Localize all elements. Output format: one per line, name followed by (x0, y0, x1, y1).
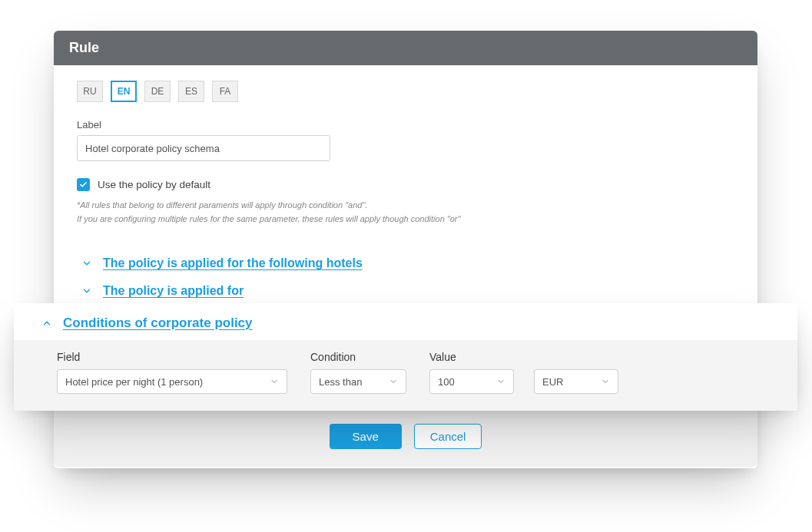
lang-de-button[interactable]: DE (144, 81, 171, 102)
field-select-value: Hotel price per night (1 person) (65, 376, 203, 388)
section-conditions-title: Conditions of corporate policy (63, 316, 253, 331)
condition-select-value: Less than (319, 376, 362, 388)
field-column: Field Hotel price per night (1 person) (57, 351, 287, 394)
lang-fa-button[interactable]: FA (212, 81, 238, 102)
conditions-form: Field Hotel price per night (1 person) C… (14, 340, 797, 411)
lang-en-label: EN (118, 86, 131, 97)
lang-fa-label: FA (220, 86, 231, 97)
footer-area: Save Cancel (54, 405, 757, 467)
lang-ru-button[interactable]: RU (77, 81, 103, 102)
section-appliedfor-header[interactable]: The policy is applied for (81, 284, 734, 298)
condition-select[interactable]: Less than (310, 369, 406, 394)
currency-select[interactable]: EUR (534, 369, 618, 394)
cancel-button[interactable]: Cancel (414, 424, 482, 449)
chevron-down-icon (601, 377, 610, 386)
fineprint-line1: *All rules that belong to different para… (77, 199, 734, 213)
lang-de-label: DE (151, 86, 164, 97)
save-button[interactable]: Save (330, 424, 402, 449)
header-bar: Rule (54, 31, 757, 65)
field-select[interactable]: Hotel price per night (1 person) (57, 369, 287, 394)
header-title: Rule (69, 40, 99, 55)
fineprint-line2: If you are configuring multiple rules fo… (77, 213, 734, 226)
section-conditions-header[interactable]: Conditions of corporate policy (14, 303, 797, 340)
conditions-panel: Conditions of corporate policy Field Hot… (14, 303, 797, 411)
field-column-label: Field (57, 351, 287, 363)
lang-ru-label: RU (83, 86, 96, 97)
chevron-down-icon (81, 286, 92, 296)
chevron-down-icon (81, 258, 92, 269)
currency-select-value: EUR (542, 376, 563, 388)
value-column: Value 100 EUR (429, 351, 618, 394)
label-input[interactable] (77, 135, 330, 161)
value-select-value: 100 (438, 376, 455, 388)
value-column-label: Value (429, 351, 618, 363)
lang-es-button[interactable]: ES (178, 81, 204, 102)
lang-es-label: ES (185, 86, 197, 97)
chevron-up-icon (41, 318, 52, 329)
lang-en-button[interactable]: EN (111, 81, 137, 102)
language-tabs: RU EN DE ES FA (77, 81, 734, 102)
condition-column: Condition Less than (310, 351, 406, 394)
chevron-down-icon (496, 377, 505, 386)
label-field-label: Label (77, 119, 734, 131)
content-area: RU EN DE ES FA Label Use the policy by d… (54, 65, 757, 298)
chevron-down-icon (270, 377, 279, 386)
check-icon (79, 180, 88, 189)
default-checkbox-label: Use the policy by default (98, 179, 210, 190)
default-checkbox-row[interactable]: Use the policy by default (77, 178, 734, 191)
section-hotels-header[interactable]: The policy is applied for the following … (81, 256, 734, 270)
default-checkbox[interactable] (77, 178, 90, 191)
chevron-down-icon (389, 377, 398, 386)
sections-list: The policy is applied for the following … (77, 256, 734, 298)
condition-column-label: Condition (310, 351, 406, 363)
section-appliedfor-title: The policy is applied for (103, 284, 244, 298)
main-card: Rule RU EN DE ES FA Label Use the policy… (54, 31, 757, 312)
fineprint: *All rules that belong to different para… (77, 199, 734, 226)
value-select[interactable]: 100 (429, 369, 514, 394)
section-hotels-title: The policy is applied for the following … (103, 256, 363, 270)
